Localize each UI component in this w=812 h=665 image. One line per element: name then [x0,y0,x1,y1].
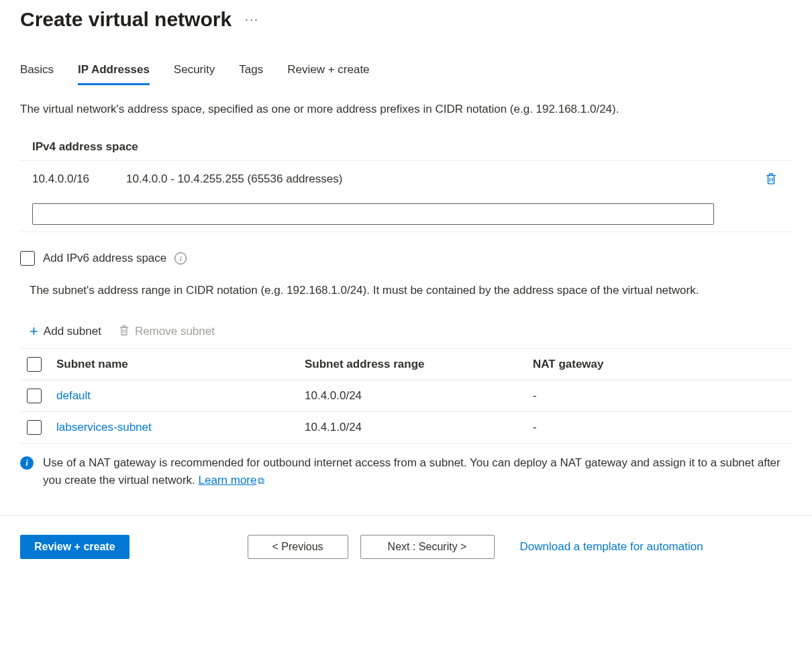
ipv4-heading: IPv4 address space [20,134,792,160]
download-template-link[interactable]: Download a template for automation [520,540,703,554]
address-space-table: 10.4.0.0/16 10.4.0.0 - 10.4.255.255 (655… [20,160,792,232]
more-actions-icon[interactable]: ··· [245,13,259,27]
review-create-button[interactable]: Review + create [20,535,130,559]
page-title: Create virtual network [20,8,232,31]
subnet-row-checkbox[interactable] [27,420,42,435]
remove-subnet-label: Remove subnet [135,325,215,338]
learn-more-link[interactable]: Learn more [199,474,257,487]
trash-icon [119,324,130,340]
tab-tags[interactable]: Tags [239,63,263,85]
address-space-row: 10.4.0.0/16 10.4.0.0 - 10.4.255.255 (655… [20,161,792,198]
info-icon[interactable]: i [174,252,187,264]
subnet-name-link[interactable]: labservices-subnet [56,421,152,433]
subnet-row-checkbox[interactable] [27,389,42,403]
trash-icon [765,177,777,187]
ipv6-checkbox-label: Add IPv6 address space [43,252,166,265]
col-header-name: Subnet name [56,358,305,371]
subnet-nat-cell: - [533,421,785,434]
remove-subnet-button: Remove subnet [119,324,215,340]
external-link-icon: ⧉ [258,475,264,486]
add-subnet-label: Add subnet [44,325,101,338]
subnet-name-link[interactable]: default [56,389,91,402]
footer-bar: Review + create < Previous Next : Securi… [0,515,812,578]
subnet-row: labservices-subnet 10.4.1.0/24 - [20,412,792,444]
address-space-intro: The virtual network's address space, spe… [20,101,792,117]
add-subnet-button[interactable]: + Add subnet [30,323,101,340]
tab-ip-addresses[interactable]: IP Addresses [78,63,150,85]
previous-button[interactable]: < Previous [248,535,348,559]
address-detail: 10.4.0.0 - 10.4.255.255 (65536 addresses… [126,172,742,186]
subnet-range-cell: 10.4.0.0/24 [305,389,533,403]
subnet-row: default 10.4.0.0/24 - [20,380,792,412]
subnet-range-cell: 10.4.1.0/24 [305,421,533,434]
ipv6-checkbox[interactable] [20,251,35,266]
plus-icon: + [30,323,38,340]
callout-text: Use of a NAT gateway is recommended for … [43,456,780,487]
col-header-nat: NAT gateway [533,358,785,371]
subnet-nat-cell: - [533,389,785,403]
tab-review-create[interactable]: Review + create [287,63,369,85]
tab-bar: Basics IP Addresses Security Tags Review… [20,63,792,85]
tab-security[interactable]: Security [174,63,215,85]
select-all-checkbox[interactable] [27,357,42,372]
subnet-table-header: Subnet name Subnet address range NAT gat… [20,348,792,380]
new-address-input[interactable] [32,203,714,225]
next-button[interactable]: Next : Security > [360,535,495,559]
tab-basics[interactable]: Basics [20,63,54,85]
delete-address-button[interactable] [762,169,780,190]
subnet-table: Subnet name Subnet address range NAT gat… [20,348,792,444]
col-header-range: Subnet address range [305,358,533,371]
nat-info-callout: i Use of a NAT gateway is recommended fo… [20,444,792,489]
address-cidr: 10.4.0.0/16 [32,172,106,186]
info-badge-icon: i [20,456,34,470]
subnet-intro: The subnet's address range in CIDR notat… [20,282,792,299]
